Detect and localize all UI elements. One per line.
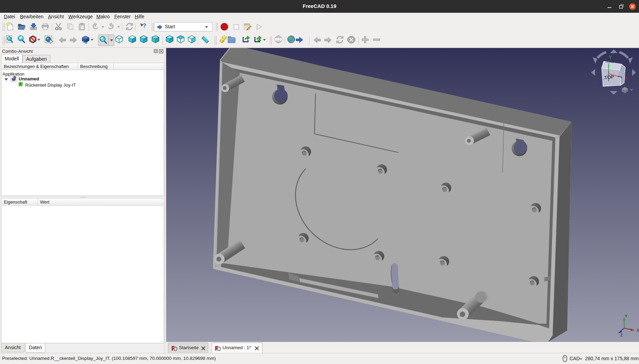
svg-text:X: X <box>637 328 639 332</box>
svg-text:X: X <box>625 76 628 80</box>
svg-text:Z: Z <box>599 80 601 85</box>
svg-text:Z: Z <box>620 333 623 337</box>
svg-text:Y: Y <box>609 55 612 60</box>
svg-text:?: ? <box>143 22 146 29</box>
svg-text:Y: Y <box>625 315 628 318</box>
